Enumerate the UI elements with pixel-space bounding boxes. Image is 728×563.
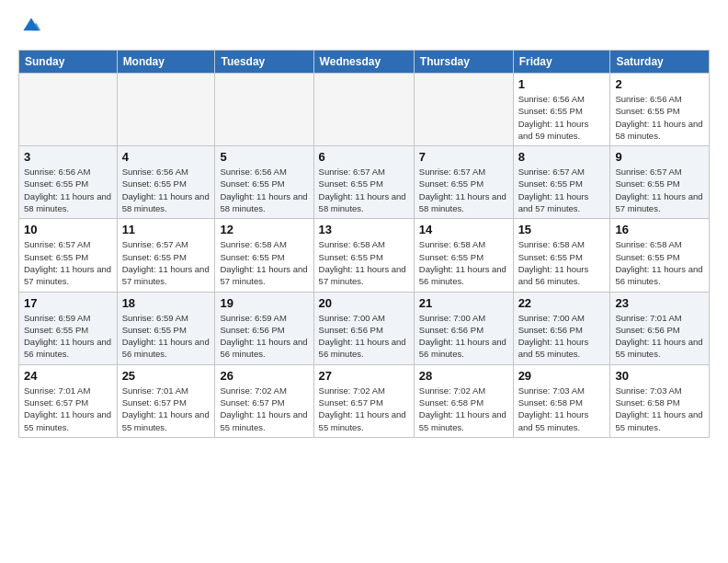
calendar-cell: 29Sunrise: 7:03 AM Sunset: 6:58 PM Dayli… (513, 364, 610, 437)
day-info: Sunrise: 7:00 AM Sunset: 6:56 PM Dayligh… (419, 312, 508, 361)
day-number: 28 (419, 369, 508, 383)
day-info: Sunrise: 6:58 AM Sunset: 6:55 PM Dayligh… (220, 238, 308, 287)
day-info: Sunrise: 7:03 AM Sunset: 6:58 PM Dayligh… (615, 385, 704, 433)
day-number: 13 (319, 223, 409, 236)
weekday-header-monday: Monday (117, 51, 215, 74)
weekday-header-sunday: Sunday (19, 51, 118, 74)
day-number: 20 (319, 296, 409, 310)
calendar-cell: 8Sunrise: 6:57 AM Sunset: 6:55 PM Daylig… (513, 146, 610, 219)
calendar-cell: 26Sunrise: 7:02 AM Sunset: 6:57 PM Dayli… (215, 364, 313, 437)
calendar-cell: 4Sunrise: 6:56 AM Sunset: 6:55 PM Daylig… (117, 146, 215, 219)
calendar-cell: 30Sunrise: 7:03 AM Sunset: 6:58 PM Dayli… (610, 364, 710, 437)
weekday-header-thursday: Thursday (414, 51, 513, 74)
day-number: 17 (24, 296, 112, 310)
day-number: 22 (518, 296, 606, 310)
calendar-cell: 11Sunrise: 6:57 AM Sunset: 6:55 PM Dayli… (117, 219, 215, 292)
weekday-header-wednesday: Wednesday (313, 51, 414, 74)
calendar-week-row: 1Sunrise: 6:56 AM Sunset: 6:55 PM Daylig… (19, 74, 710, 146)
day-number: 5 (220, 150, 308, 164)
day-info: Sunrise: 6:57 AM Sunset: 6:55 PM Dayligh… (319, 166, 409, 214)
day-info: Sunrise: 6:57 AM Sunset: 6:55 PM Dayligh… (122, 238, 210, 287)
calendar-cell: 18Sunrise: 6:59 AM Sunset: 6:55 PM Dayli… (117, 292, 215, 364)
day-number: 15 (518, 223, 606, 236)
day-info: Sunrise: 7:00 AM Sunset: 6:56 PM Dayligh… (518, 312, 606, 361)
day-info: Sunrise: 7:02 AM Sunset: 6:58 PM Dayligh… (419, 385, 508, 433)
logo-icon (20, 15, 42, 37)
day-number: 25 (122, 369, 210, 383)
day-info: Sunrise: 6:59 AM Sunset: 6:56 PM Dayligh… (220, 312, 308, 361)
day-info: Sunrise: 6:56 AM Sunset: 6:55 PM Dayligh… (122, 166, 210, 214)
day-info: Sunrise: 7:02 AM Sunset: 6:57 PM Dayligh… (319, 385, 409, 433)
calendar-cell: 12Sunrise: 6:58 AM Sunset: 6:55 PM Dayli… (215, 219, 313, 292)
day-info: Sunrise: 7:01 AM Sunset: 6:56 PM Dayligh… (615, 312, 704, 361)
calendar-cell: 16Sunrise: 6:58 AM Sunset: 6:55 PM Dayli… (610, 219, 710, 292)
day-number: 2 (615, 77, 704, 91)
calendar-cell: 22Sunrise: 7:00 AM Sunset: 6:56 PM Dayli… (513, 292, 610, 364)
day-info: Sunrise: 6:58 AM Sunset: 6:55 PM Dayligh… (615, 238, 704, 287)
weekday-header-friday: Friday (513, 51, 610, 74)
day-number: 12 (220, 223, 308, 236)
calendar-cell: 23Sunrise: 7:01 AM Sunset: 6:56 PM Dayli… (610, 292, 710, 364)
calendar-cell: 7Sunrise: 6:57 AM Sunset: 6:55 PM Daylig… (414, 146, 513, 219)
calendar-week-row: 10Sunrise: 6:57 AM Sunset: 6:55 PM Dayli… (19, 219, 710, 292)
day-number: 27 (319, 369, 409, 383)
day-number: 26 (220, 369, 308, 383)
calendar-cell: 9Sunrise: 6:57 AM Sunset: 6:55 PM Daylig… (610, 146, 710, 219)
weekday-header-saturday: Saturday (610, 51, 710, 74)
calendar-cell (313, 74, 414, 146)
day-info: Sunrise: 6:56 AM Sunset: 6:55 PM Dayligh… (615, 93, 704, 142)
day-info: Sunrise: 6:56 AM Sunset: 6:55 PM Dayligh… (24, 166, 112, 214)
day-number: 10 (24, 223, 112, 236)
calendar-cell (19, 74, 118, 146)
calendar-cell (414, 74, 513, 146)
calendar-week-row: 24Sunrise: 7:01 AM Sunset: 6:57 PM Dayli… (19, 364, 710, 437)
day-info: Sunrise: 7:02 AM Sunset: 6:57 PM Dayligh… (220, 385, 308, 433)
day-number: 23 (615, 296, 704, 310)
calendar-cell: 3Sunrise: 6:56 AM Sunset: 6:55 PM Daylig… (19, 146, 118, 219)
day-number: 7 (419, 150, 508, 164)
day-number: 1 (518, 77, 606, 91)
calendar-cell: 15Sunrise: 6:58 AM Sunset: 6:55 PM Dayli… (513, 219, 610, 292)
day-number: 30 (615, 369, 704, 383)
day-number: 16 (615, 223, 704, 236)
day-number: 11 (122, 223, 210, 236)
day-info: Sunrise: 6:56 AM Sunset: 6:55 PM Dayligh… (220, 166, 308, 214)
calendar-cell: 19Sunrise: 6:59 AM Sunset: 6:56 PM Dayli… (215, 292, 313, 364)
day-info: Sunrise: 6:57 AM Sunset: 6:55 PM Dayligh… (615, 166, 704, 214)
weekday-header-tuesday: Tuesday (215, 51, 313, 74)
calendar-table: SundayMondayTuesdayWednesdayThursdayFrid… (18, 50, 710, 438)
day-info: Sunrise: 6:57 AM Sunset: 6:55 PM Dayligh… (518, 166, 606, 214)
day-number: 9 (615, 150, 704, 164)
day-info: Sunrise: 6:58 AM Sunset: 6:55 PM Dayligh… (419, 238, 508, 287)
logo (18, 15, 42, 40)
day-number: 18 (122, 296, 210, 310)
calendar-cell: 20Sunrise: 7:00 AM Sunset: 6:56 PM Dayli… (313, 292, 414, 364)
day-number: 6 (319, 150, 409, 164)
calendar-cell: 28Sunrise: 7:02 AM Sunset: 6:58 PM Dayli… (414, 364, 513, 437)
calendar-header-row: SundayMondayTuesdayWednesdayThursdayFrid… (19, 51, 710, 74)
calendar-cell: 17Sunrise: 6:59 AM Sunset: 6:55 PM Dayli… (19, 292, 118, 364)
day-info: Sunrise: 6:56 AM Sunset: 6:55 PM Dayligh… (518, 93, 606, 142)
day-info: Sunrise: 7:03 AM Sunset: 6:58 PM Dayligh… (518, 385, 606, 433)
calendar-cell (117, 74, 215, 146)
day-info: Sunrise: 7:01 AM Sunset: 6:57 PM Dayligh… (24, 385, 112, 433)
calendar-cell: 1Sunrise: 6:56 AM Sunset: 6:55 PM Daylig… (513, 74, 610, 146)
calendar-cell (215, 74, 313, 146)
day-info: Sunrise: 6:59 AM Sunset: 6:55 PM Dayligh… (122, 312, 210, 361)
calendar-page: SundayMondayTuesdayWednesdayThursdayFrid… (0, 0, 728, 453)
calendar-week-row: 3Sunrise: 6:56 AM Sunset: 6:55 PM Daylig… (19, 146, 710, 219)
calendar-cell: 24Sunrise: 7:01 AM Sunset: 6:57 PM Dayli… (19, 364, 118, 437)
day-info: Sunrise: 7:01 AM Sunset: 6:57 PM Dayligh… (122, 385, 210, 433)
calendar-cell: 27Sunrise: 7:02 AM Sunset: 6:57 PM Dayli… (313, 364, 414, 437)
day-number: 4 (122, 150, 210, 164)
day-number: 8 (518, 150, 606, 164)
calendar-cell: 6Sunrise: 6:57 AM Sunset: 6:55 PM Daylig… (313, 146, 414, 219)
day-number: 29 (518, 369, 606, 383)
day-number: 19 (220, 296, 308, 310)
calendar-cell: 14Sunrise: 6:58 AM Sunset: 6:55 PM Dayli… (414, 219, 513, 292)
day-number: 14 (419, 223, 508, 236)
calendar-cell: 2Sunrise: 6:56 AM Sunset: 6:55 PM Daylig… (610, 74, 710, 146)
header (18, 15, 710, 40)
day-info: Sunrise: 6:59 AM Sunset: 6:55 PM Dayligh… (24, 312, 112, 361)
calendar-cell: 21Sunrise: 7:00 AM Sunset: 6:56 PM Dayli… (414, 292, 513, 364)
